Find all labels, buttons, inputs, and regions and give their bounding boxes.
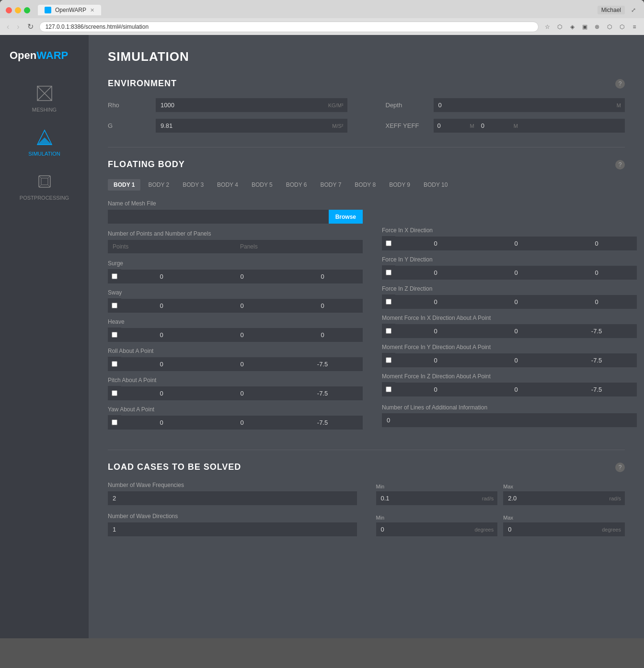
body-tab-7[interactable]: BODY 7 — [315, 179, 347, 191]
force-y-v3[interactable] — [556, 266, 637, 280]
pitch-v1[interactable] — [121, 386, 202, 400]
minimize-traffic-light[interactable] — [15, 7, 21, 13]
yaw-checkbox[interactable] — [112, 419, 117, 425]
sway-v2[interactable] — [202, 299, 282, 313]
restore-icon[interactable]: ⤢ — [629, 5, 638, 15]
force-x-v1[interactable] — [395, 237, 476, 250]
yaw-v2[interactable] — [202, 416, 282, 430]
address-bar[interactable]: 127.0.0.1:8386/screens.html#/simulation — [39, 22, 539, 32]
tab-close-icon[interactable]: ✕ — [90, 7, 94, 13]
heave-v3[interactable] — [282, 328, 363, 342]
body-tab-9[interactable]: BODY 9 — [383, 179, 416, 191]
surge-v1[interactable] — [121, 270, 202, 283]
close-traffic-light[interactable] — [6, 7, 12, 13]
force-z-checkbox[interactable] — [386, 299, 391, 305]
body-tab-1[interactable]: BODY 1 — [108, 179, 140, 191]
surge-v2[interactable] — [202, 270, 282, 283]
forward-button[interactable]: › — [15, 22, 21, 32]
wave-dir-min-input-wrap: degrees — [376, 522, 498, 536]
floating-body-help-icon[interactable]: ? — [615, 160, 625, 170]
moment-z-checkbox[interactable] — [386, 386, 391, 392]
environment-help-icon[interactable]: ? — [615, 79, 625, 89]
yaw-v3[interactable] — [282, 416, 363, 430]
heave-checkbox[interactable] — [112, 332, 117, 338]
sway-checkbox[interactable] — [112, 303, 117, 308]
xeff-input[interactable] — [434, 119, 467, 133]
moment-y-checkbox[interactable] — [386, 357, 391, 363]
yeff-input[interactable] — [477, 119, 511, 133]
body-tab-5[interactable]: BODY 5 — [246, 179, 278, 191]
ext6-icon[interactable]: ⬡ — [617, 22, 627, 32]
mesh-file-input[interactable] — [108, 210, 329, 224]
menu-icon[interactable]: ≡ — [630, 22, 639, 32]
wave-dir-input[interactable] — [108, 522, 357, 536]
browser-tab[interactable]: OpenWARP ✕ — [38, 5, 101, 15]
moment-z-v1[interactable] — [395, 383, 476, 396]
roll-v2[interactable] — [202, 357, 282, 371]
points-input[interactable] — [108, 240, 235, 253]
surge-v3[interactable] — [282, 270, 363, 283]
panels-input[interactable] — [235, 240, 363, 253]
moment-x-v3[interactable] — [556, 324, 637, 338]
wave-dir-min-input[interactable] — [376, 522, 471, 536]
heave-v2[interactable] — [202, 328, 282, 342]
sidebar-item-simulation[interactable]: SIMULATION — [0, 120, 89, 164]
pitch-checkbox[interactable] — [112, 390, 117, 396]
force-y-v1[interactable] — [395, 266, 476, 280]
force-x-checkbox[interactable] — [386, 240, 391, 246]
force-y-row: Force In Y Direction — [382, 256, 637, 280]
moment-x-v1[interactable] — [395, 324, 476, 338]
force-y-v2[interactable] — [476, 266, 556, 280]
sidebar-item-meshing[interactable]: MESHING — [0, 76, 89, 120]
body-tab-3[interactable]: BODY 3 — [177, 179, 209, 191]
ext2-icon[interactable]: ◈ — [567, 22, 577, 32]
moment-x-v2[interactable] — [476, 324, 556, 338]
maximize-traffic-light[interactable] — [24, 7, 30, 13]
surge-checkbox[interactable] — [112, 273, 117, 279]
moment-y-v3[interactable] — [556, 353, 637, 367]
wave-freq-min-input[interactable] — [376, 491, 478, 505]
star-icon[interactable]: ☆ — [542, 22, 552, 32]
sidebar-item-postprocessing[interactable]: POSTPROCESSING — [0, 164, 89, 208]
load-cases-help-icon[interactable]: ? — [615, 463, 625, 472]
roll-checkbox[interactable] — [112, 361, 117, 367]
roll-v3[interactable] — [282, 357, 363, 371]
sway-v1[interactable] — [121, 299, 202, 313]
force-z-v2[interactable] — [476, 295, 556, 309]
wave-dir-max-input[interactable] — [503, 522, 598, 536]
sway-v3[interactable] — [282, 299, 363, 313]
back-button[interactable]: ‹ — [5, 22, 11, 32]
pitch-v3[interactable] — [282, 386, 363, 400]
rho-input[interactable] — [156, 98, 324, 112]
heave-v1[interactable] — [121, 328, 202, 342]
wave-freq-max-input[interactable] — [503, 491, 605, 505]
force-x-v3[interactable] — [556, 237, 637, 250]
force-z-v3[interactable] — [556, 295, 637, 309]
force-x-v2[interactable] — [476, 237, 556, 250]
moment-y-v2[interactable] — [476, 353, 556, 367]
depth-input[interactable] — [434, 98, 613, 112]
moment-y-v1[interactable] — [395, 353, 476, 367]
ext4-icon[interactable]: ⊗ — [592, 22, 602, 32]
body-tab-6[interactable]: BODY 6 — [280, 179, 313, 191]
moment-z-v3[interactable] — [556, 383, 637, 396]
moment-z-v2[interactable] — [476, 383, 556, 396]
force-y-checkbox[interactable] — [386, 270, 391, 275]
ext1-icon[interactable]: ⬡ — [555, 22, 564, 32]
pitch-v2[interactable] — [202, 386, 282, 400]
yaw-v1[interactable] — [121, 416, 202, 430]
body-tab-2[interactable]: BODY 2 — [142, 179, 175, 191]
body-tab-4[interactable]: BODY 4 — [211, 179, 244, 191]
ext3-icon[interactable]: ▣ — [580, 22, 589, 32]
wave-freq-input[interactable] — [108, 491, 357, 505]
ext5-icon[interactable]: ⬡ — [605, 22, 614, 32]
reload-button[interactable]: ↻ — [25, 21, 35, 32]
moment-x-checkbox[interactable] — [386, 328, 391, 334]
body-tab-8[interactable]: BODY 8 — [349, 179, 381, 191]
num-lines-input[interactable] — [382, 413, 637, 427]
browse-button[interactable]: Browse — [329, 210, 363, 224]
body-tab-10[interactable]: BODY 10 — [418, 179, 453, 191]
roll-v1[interactable] — [121, 357, 202, 371]
g-input[interactable] — [156, 119, 328, 133]
force-z-v1[interactable] — [395, 295, 476, 309]
